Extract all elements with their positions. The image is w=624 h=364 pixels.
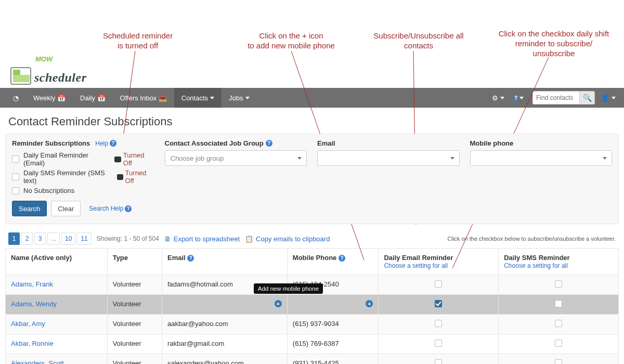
checkbox-dsr[interactable] [555,280,562,288]
help-link-text: Help [95,140,108,147]
mobile-filter-select[interactable] [470,150,613,166]
annotation-text: reminder to subscribe/ [489,39,619,49]
comment-icon [114,157,121,162]
job-group-label: Contact Associated Job Group [165,139,264,147]
page-3[interactable]: 3 [34,232,46,245]
nav-contacts-label: Contacts [181,94,208,102]
checkbox-dsr[interactable] [555,300,562,307]
help-link[interactable]: Help ? [95,140,116,147]
checkbox-daily-sms-reminder[interactable] [12,173,19,180]
checkbox-der[interactable] [435,320,442,327]
contact-type: Volunteer [107,315,162,334]
page-2[interactable]: 2 [21,232,33,245]
col-email: Email ? [162,249,288,275]
page-11[interactable]: 11 [77,232,91,245]
nav-daily[interactable]: Daily 📅 [73,88,113,108]
contact-name-link[interactable]: Akbar, Amy [11,320,45,328]
results-toolbar: 1 2 3 ... 10 11 Showing: 1 - 50 of 504 🗎… [0,230,624,248]
annotation-text: is turned off [78,41,198,51]
subscribe-hint: Click on the checkbox below to subscribe… [448,236,616,242]
checkbox-der[interactable] [435,300,442,307]
nav-jobs-label: Jobs [229,94,243,102]
nav-weekly-label: Weekly [33,94,55,102]
contact-name-link[interactable]: Akbar, Ronnie [11,340,54,347]
choose-setting-for-all-der[interactable]: Choose a setting for all [384,262,448,269]
annotation-layer: Scheduled reminder is turned off Click o… [0,0,624,83]
checkbox-der[interactable] [435,340,442,347]
nav-jobs[interactable]: Jobs [222,88,256,108]
checkbox-der[interactable] [435,280,442,288]
nav-offers-inbox[interactable]: Offers Inbox 📥 [113,88,174,108]
contact-phone: (931) 315-4425 [287,354,379,365]
checkbox-dsr[interactable] [555,320,562,327]
checkbox-no-subscriptions[interactable] [12,187,19,194]
contact-email: rakbar@gmail.com [162,334,288,354]
table-row: Alexanders, Scott Volunteer salexanders@… [6,354,619,365]
checkbox-daily-email-reminder[interactable] [12,155,19,163]
add-mobile-phone-icon[interactable]: + [366,300,373,307]
nav-settings[interactable]: ⚙ [488,88,509,108]
copy-emails-link[interactable]: 📋Copy emails to clipboard [245,235,330,243]
page-1[interactable]: 1 [8,232,20,245]
turned-off-text: Turned Off [123,151,154,167]
add-email-icon[interactable]: + [275,300,282,307]
annotation-text: Subscribe/Unsubscribe all [364,31,473,41]
job-group-placeholder: Choose job group [171,154,224,162]
nav-search-button[interactable]: 🔍 [579,91,595,105]
turned-off-badge: Turned Off [117,169,154,185]
gear-icon: ⚙ [492,94,498,102]
turned-off-text: Turned Off [125,169,154,185]
chevron-down-icon [500,97,504,99]
contact-email: salexanders@yahoo.com [162,354,288,365]
contact-type: Volunteer [107,354,162,365]
nav-user-menu[interactable]: 👤 [598,88,619,108]
nav-contacts[interactable]: Contacts [174,88,222,108]
search-help-link[interactable]: Search Help ? [89,205,132,212]
col-type: Type [107,249,162,275]
help-icon: ? [339,255,345,262]
clear-button[interactable]: Clear [51,201,81,216]
annotation-text: Scheduled reminder [78,31,198,41]
search-button[interactable]: Search [12,201,47,216]
email-filter-label: Email [317,139,335,147]
contact-name-link[interactable]: Adams, Frank [11,280,53,288]
annotation-text: unsubscribe [489,49,619,59]
job-group-select[interactable]: Choose job group [165,150,307,166]
contact-type: Volunteer [107,275,162,295]
checkbox-dsr[interactable] [555,359,562,364]
col-daily-email-reminder: Daily Email Reminder Choose a setting fo… [379,249,499,275]
table-row: Adams, Wendy Volunteer + + Add new mobil… [6,295,619,315]
contact-name-link[interactable]: Adams, Wendy [11,300,57,308]
export-spreadsheet-link[interactable]: 🗎Export to spreadsheet [164,235,240,243]
nav-weekly[interactable]: Weekly 📅 [26,88,73,108]
checkbox-der[interactable] [435,359,442,364]
contact-name-link[interactable]: Alexanders, Scott [11,359,64,364]
contact-type: Volunteer [107,295,162,315]
col-dsr-label: Daily SMS Reminder [504,254,613,262]
email-filter-select[interactable] [317,150,460,166]
export-label: Export to spreadsheet [174,235,240,243]
nav-search-input[interactable] [532,91,579,105]
user-icon: 👤 [601,94,609,102]
contacts-table: Name (Active only) Type Email ? Mobile P… [5,248,619,364]
export-icon: 🗎 [164,235,171,243]
help-icon: ? [187,255,194,262]
nav-home-icon[interactable]: ◔ [5,88,26,108]
annotation-text: to add new mobile phone [224,41,359,51]
chevron-down-icon [245,97,250,99]
comment-icon [117,174,123,180]
contact-phone: (615) 769-6387 [287,334,379,354]
nav-help[interactable]: ? [509,88,529,108]
col-phone-label: Mobile Phone [293,254,337,262]
annotation-text: Click on the checkbox daily shift [489,29,619,39]
checkbox-dsr[interactable] [555,340,562,347]
col-phone: Mobile Phone ? [287,249,379,275]
page-10[interactable]: 10 [61,232,75,245]
turned-off-badge: Turned Off [114,151,154,167]
calendar-icon: 📅 [97,94,106,102]
chevron-down-icon [297,157,302,160]
choose-setting-for-all-dsr[interactable]: Choose a setting for all [504,262,568,269]
showing-count: Showing: 1 - 50 of 504 [97,235,159,242]
annotation-text: Click on the + icon [224,31,359,41]
checkbox-label: Daily SMS Reminder (SMS text) [23,169,112,185]
